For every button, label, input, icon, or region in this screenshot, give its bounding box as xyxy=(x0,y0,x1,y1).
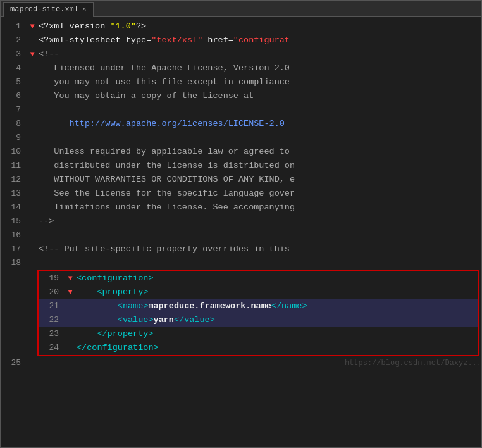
table-row: 17<!-- Put site-specific property overri… xyxy=(1,242,481,256)
fold-gutter[interactable]: ▼ xyxy=(65,285,75,299)
table-row: 23 </property> xyxy=(39,327,478,341)
table-row: 8 http://www.apache.org/licenses/LICENSE… xyxy=(1,117,481,131)
table-row: 1▼<?xml version="1.0"?> xyxy=(1,20,481,34)
fold-gutter[interactable]: ▼ xyxy=(65,271,75,285)
table-row: 10 Unless required by applicable law or … xyxy=(1,145,481,159)
table-row: 7 xyxy=(1,103,481,117)
table-row: 13 See the License for the specific lang… xyxy=(1,187,481,201)
code-line-content: <name>mapreduce.framework.name</name> xyxy=(75,299,478,313)
line-number: 15 xyxy=(1,215,27,228)
code-line-content: --> xyxy=(37,215,481,228)
line-number: 14 xyxy=(1,201,27,215)
line-number: 3 xyxy=(1,47,27,61)
table-row: 2<?xml-stylesheet type="text/xsl" href="… xyxy=(1,34,481,47)
code-editor: 1▼<?xml version="1.0"?>2<?xml-stylesheet… xyxy=(1,17,481,373)
code-line-content: Unless required by applicable law or agr… xyxy=(37,145,481,159)
line-number: 19 xyxy=(39,271,65,285)
code-line-content: <!-- xyxy=(37,47,481,61)
table-row: 20▼ <property> xyxy=(39,285,478,299)
table-row: 19▼<configuration> xyxy=(39,271,478,285)
code-line-content: <?xml-stylesheet type="text/xsl" href="c… xyxy=(37,34,481,47)
table-row: 14 limitations under the License. See ac… xyxy=(1,201,481,215)
line-number: 13 xyxy=(1,187,27,201)
code-line-content: You may obtain a copy of the License at xyxy=(37,89,481,103)
line-number: 4 xyxy=(1,61,27,75)
code-line-content: http://www.apache.org/licenses/LICENSE-2… xyxy=(37,117,481,131)
table-row: 12 WITHOUT WARRANTIES OR CONDITIONS OF A… xyxy=(1,173,481,187)
line-number: 1 xyxy=(1,20,27,34)
line-number: 7 xyxy=(1,103,27,117)
tab-bar: mapred-site.xml × xyxy=(1,1,481,17)
code-line-content: distributed under the License is distrib… xyxy=(37,159,481,173)
line-number: 20 xyxy=(39,285,65,299)
line-number: 11 xyxy=(1,159,27,173)
table-row: 6 You may obtain a copy of the License a… xyxy=(1,89,481,103)
table-row: 21 <name>mapreduce.framework.name</name> xyxy=(39,299,478,313)
code-line-content: <?xml version="1.0"?> xyxy=(37,20,481,34)
line-number: 2 xyxy=(1,34,27,47)
line-number: 6 xyxy=(1,89,27,103)
line-number: 24 xyxy=(39,341,65,355)
editor-window: mapred-site.xml × 1▼<?xml version="1.0"?… xyxy=(0,0,482,448)
code-line-content: you may not use this file except in comp… xyxy=(37,75,481,89)
code-line-content xyxy=(37,228,481,242)
tab-close-button[interactable]: × xyxy=(82,6,87,13)
line-number: 12 xyxy=(1,173,27,187)
fold-gutter[interactable]: ▼ xyxy=(27,47,37,61)
code-line-content: </configuration> xyxy=(75,341,478,355)
table-row: 18 xyxy=(1,256,481,270)
table-row: 15--> xyxy=(1,215,481,228)
watermark: https://blog.csdn.net/Daxyz... xyxy=(345,359,481,368)
line-number: 17 xyxy=(1,242,27,256)
line-number: 25 xyxy=(1,356,27,370)
code-line-content: WITHOUT WARRANTIES OR CONDITIONS OF ANY … xyxy=(37,173,481,187)
code-line-content: limitations under the License. See accom… xyxy=(37,201,481,215)
code-line-content xyxy=(37,256,481,270)
code-line-content: <property> xyxy=(75,285,478,299)
code-line-content: Licensed under the Apache License, Versi… xyxy=(37,61,481,75)
line-number: 18 xyxy=(1,256,27,270)
table-row: 24</configuration> xyxy=(39,341,478,355)
link-text[interactable]: http://www.apache.org/licenses/LICENSE-2… xyxy=(70,119,285,128)
line-number: 5 xyxy=(1,75,27,89)
table-row: 4 Licensed under the Apache License, Ver… xyxy=(1,61,481,75)
line-number: 22 xyxy=(39,313,65,327)
tab-label: mapred-site.xml xyxy=(10,5,78,14)
fold-gutter[interactable]: ▼ xyxy=(27,20,37,34)
code-line-content: </property> xyxy=(75,327,478,341)
table-row: 22 <value>yarn</value> xyxy=(39,313,478,327)
table-row: 9 xyxy=(1,131,481,145)
line-number: 8 xyxy=(1,117,27,131)
line-number: 10 xyxy=(1,145,27,159)
code-line-content xyxy=(37,131,481,145)
code-line-content: <!-- Put site-specific property override… xyxy=(37,242,481,256)
table-row: 16 xyxy=(1,228,481,242)
table-row: 5 you may not use this file except in co… xyxy=(1,75,481,89)
code-line-content: <configuration> xyxy=(75,271,478,285)
code-line-content: See the License for the specific languag… xyxy=(37,187,481,201)
code-line-content: <value>yarn</value> xyxy=(75,313,478,327)
line-number: 16 xyxy=(1,228,27,242)
line-number: 23 xyxy=(39,327,65,341)
file-tab[interactable]: mapred-site.xml × xyxy=(3,2,94,17)
table-row: 3▼<!-- xyxy=(1,47,481,61)
table-row: 11 distributed under the License is dist… xyxy=(1,159,481,173)
code-line-content xyxy=(37,103,481,117)
line-number: 21 xyxy=(39,299,65,313)
line-number: 9 xyxy=(1,131,27,145)
config-block: 19▼<configuration>20▼ <property>21 <name… xyxy=(37,270,479,356)
